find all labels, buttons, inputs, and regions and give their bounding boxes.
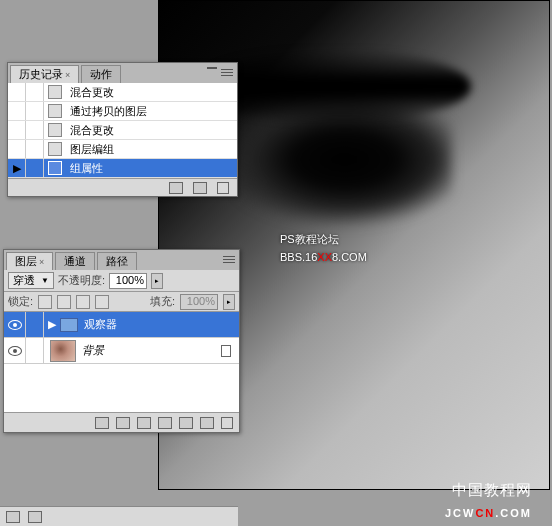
watermark-line2: BBS.16XX8.COM bbox=[280, 248, 367, 266]
fill-slider-icon: ▸ bbox=[223, 294, 235, 310]
folder-icon bbox=[48, 161, 62, 175]
close-icon[interactable]: × bbox=[65, 70, 70, 80]
layer-label: 背景 bbox=[82, 343, 104, 358]
layers-footer bbox=[4, 412, 239, 432]
layers-list: ▶ 观察器 背景 bbox=[4, 312, 239, 412]
visibility-icon[interactable] bbox=[8, 320, 22, 330]
history-item[interactable]: 图层编组 bbox=[8, 140, 237, 159]
expand-icon[interactable]: ▶ bbox=[48, 318, 56, 331]
panel-menu-icon[interactable] bbox=[221, 252, 237, 266]
history-footer bbox=[8, 178, 237, 196]
history-item-selected[interactable]: ▶组属性 bbox=[8, 159, 237, 178]
link-layers-icon[interactable] bbox=[95, 417, 109, 429]
history-item[interactable]: 混合更改 bbox=[8, 83, 237, 102]
tab-paths[interactable]: 路径 bbox=[97, 252, 137, 270]
doc-icon bbox=[48, 85, 62, 99]
mask-icon[interactable] bbox=[137, 417, 151, 429]
footer-en: JCWCN.COM bbox=[445, 500, 532, 521]
lock-icon bbox=[221, 345, 231, 357]
opacity-label: 不透明度: bbox=[58, 273, 105, 288]
history-list: 混合更改 通过拷贝的图层 混合更改 图层编组 ▶组属性 bbox=[8, 83, 237, 178]
footer-cn: 中国教程网 bbox=[0, 481, 532, 500]
trash-icon[interactable] bbox=[221, 417, 233, 429]
blend-mode-dropdown[interactable]: 穿透▼ bbox=[8, 272, 54, 289]
lock-label: 锁定: bbox=[8, 294, 33, 309]
close-icon[interactable]: × bbox=[39, 257, 44, 267]
lock-all-icon[interactable] bbox=[95, 295, 109, 309]
brush-marker-icon: ▶ bbox=[13, 162, 21, 175]
visibility-icon[interactable] bbox=[8, 346, 22, 356]
new-layer-icon[interactable] bbox=[200, 417, 214, 429]
tool-icon[interactable] bbox=[28, 511, 42, 523]
tab-layers[interactable]: 图层× bbox=[6, 252, 53, 270]
history-item[interactable]: 通过拷贝的图层 bbox=[8, 102, 237, 121]
lock-transparent-icon[interactable] bbox=[38, 295, 52, 309]
lock-row: 锁定: 填充: 100% ▸ bbox=[4, 292, 239, 312]
fill-label: 填充: bbox=[150, 294, 175, 309]
doc-icon bbox=[48, 142, 62, 156]
layer-row[interactable]: 背景 bbox=[4, 338, 239, 364]
chevron-down-icon: ▼ bbox=[41, 276, 49, 285]
opacity-slider-icon[interactable]: ▸ bbox=[151, 273, 163, 289]
lock-pixels-icon[interactable] bbox=[57, 295, 71, 309]
folder-icon bbox=[60, 318, 78, 332]
fx-icon[interactable] bbox=[116, 417, 130, 429]
history-item[interactable]: 混合更改 bbox=[8, 121, 237, 140]
lock-position-icon[interactable] bbox=[76, 295, 90, 309]
trash-icon[interactable] bbox=[217, 182, 229, 194]
adjustment-icon[interactable] bbox=[158, 417, 172, 429]
doc-icon bbox=[48, 123, 62, 137]
minimize-icon[interactable] bbox=[207, 67, 217, 69]
history-panel: 历史记录× 动作 混合更改 通过拷贝的图层 混合更改 图层编组 ▶组属性 bbox=[7, 62, 238, 197]
history-tabs: 历史记录× 动作 bbox=[8, 63, 237, 83]
layer-thumbnail bbox=[50, 340, 76, 362]
doc-icon bbox=[48, 104, 62, 118]
tab-history[interactable]: 历史记录× bbox=[10, 65, 79, 83]
watermark-center: PS教程论坛 BBS.16XX8.COM bbox=[280, 230, 367, 266]
opacity-input[interactable]: 100% bbox=[109, 273, 147, 289]
tab-actions[interactable]: 动作 bbox=[81, 65, 121, 83]
fill-input: 100% bbox=[180, 294, 218, 310]
group-icon[interactable] bbox=[179, 417, 193, 429]
watermark-line1: PS教程论坛 bbox=[280, 230, 367, 248]
tab-channels[interactable]: 通道 bbox=[55, 252, 95, 270]
bottom-toolbar bbox=[0, 506, 238, 526]
layer-row-selected[interactable]: ▶ 观察器 bbox=[4, 312, 239, 338]
tool-icon[interactable] bbox=[6, 511, 20, 523]
panel-menu-icon[interactable] bbox=[219, 65, 235, 79]
layers-options-row: 穿透▼ 不透明度: 100% ▸ bbox=[4, 270, 239, 292]
layer-label: 观察器 bbox=[84, 317, 117, 332]
layers-panel: 图层× 通道 路径 穿透▼ 不透明度: 100% ▸ 锁定: 填充: 100% … bbox=[3, 249, 240, 433]
layers-tabs: 图层× 通道 路径 bbox=[4, 250, 239, 270]
new-snapshot-icon[interactable] bbox=[193, 182, 207, 194]
new-doc-icon[interactable] bbox=[169, 182, 183, 194]
